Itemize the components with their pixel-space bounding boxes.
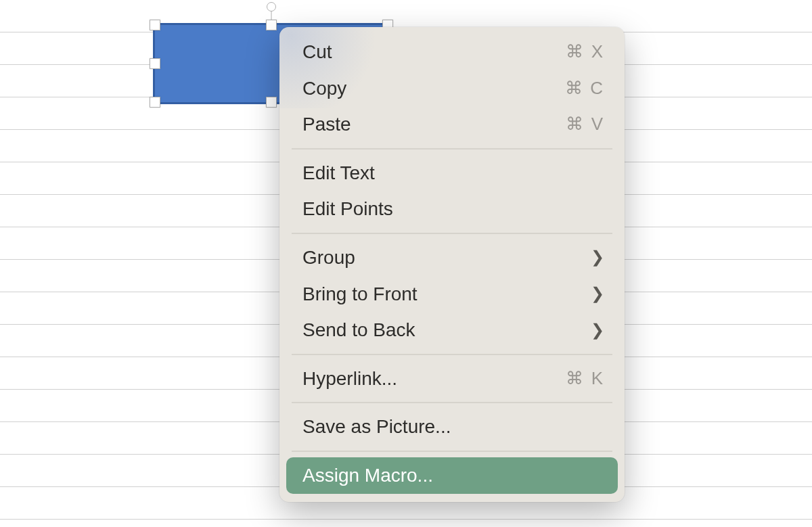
chevron-right-icon: ❯ [591,248,604,267]
chevron-right-icon: ❯ [591,321,604,340]
shortcut-text: ⌘ K [566,368,604,389]
menu-item-label: Cut [302,41,332,64]
menu-item-label: Save as Picture... [302,415,451,438]
menu-item-paste[interactable]: Paste ⌘ V [279,106,625,143]
menu-item-label: Send to Back [302,319,415,342]
menu-separator [292,354,612,355]
resize-handle-s[interactable] [266,97,277,108]
menu-item-label: Edit Text [302,162,375,185]
menu-item-label: Assign Macro... [302,464,433,487]
rotation-handle[interactable] [267,2,276,12]
chevron-right-icon: ❯ [591,284,604,304]
menu-separator [292,233,612,234]
menu-item-label: Hyperlink... [302,367,397,390]
shortcut-text: ⌘ X [566,41,604,62]
menu-item-copy[interactable]: Copy ⌘ C [279,70,625,107]
resize-handle-n[interactable] [266,20,277,30]
menu-item-cut[interactable]: Cut ⌘ X [279,34,625,70]
menu-item-label: Copy [302,77,346,100]
menu-item-send-to-back[interactable]: Send to Back ❯ [279,312,625,348]
menu-item-save-as-picture[interactable]: Save as Picture... [279,409,625,445]
resize-handle-w[interactable] [150,58,160,69]
menu-item-label: Group [302,246,355,269]
resize-handle-nw[interactable] [150,20,160,30]
menu-item-label: Bring to Front [302,283,418,306]
shortcut-text: ⌘ V [566,114,604,135]
shortcut-text: ⌘ C [565,78,604,99]
menu-item-edit-points[interactable]: Edit Points [279,191,625,227]
menu-item-assign-macro[interactable]: Assign Macro... [286,457,618,494]
menu-item-group[interactable]: Group ❯ [279,239,625,276]
menu-item-label: Edit Points [302,198,393,221]
context-menu: Cut ⌘ X Copy ⌘ C Paste ⌘ V Edit Text Edi… [279,27,625,502]
resize-handle-sw[interactable] [150,97,160,108]
menu-separator [292,451,612,452]
menu-item-edit-text[interactable]: Edit Text [279,155,625,191]
menu-item-hyperlink[interactable]: Hyperlink... ⌘ K [279,361,625,397]
menu-item-bring-to-front[interactable]: Bring to Front ❯ [279,276,625,313]
menu-item-label: Paste [302,113,351,136]
menu-separator [292,148,612,150]
menu-separator [292,402,612,403]
